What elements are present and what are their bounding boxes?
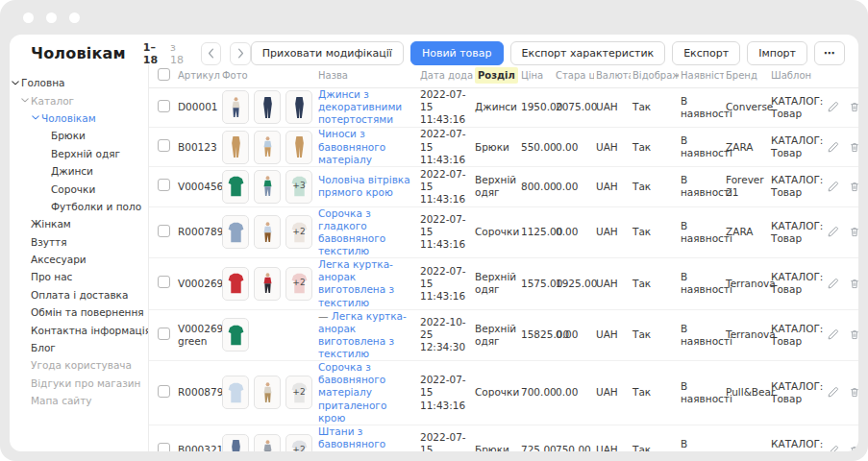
delete-product-button[interactable] — [849, 181, 858, 193]
delete-product-button[interactable] — [849, 386, 858, 399]
product-name-link[interactable]: Сорочка з гладкого бавовняного текстилю — [318, 207, 385, 256]
more-photos-thumbnail[interactable]: +2 — [285, 376, 312, 409]
sidebar-item-12[interactable]: Оплата і доставка — [10, 286, 148, 303]
row-checkbox[interactable] — [158, 179, 170, 191]
more-photos-thumbnail[interactable]: +3 — [285, 170, 312, 204]
product-name-link[interactable]: Легка куртка-анорак виготовлена з тексти… — [318, 258, 394, 307]
delete-icon — [849, 181, 858, 193]
window-close-button[interactable] — [23, 12, 34, 23]
row-checkbox[interactable] — [158, 100, 170, 112]
product-photo-thumbnail[interactable] — [285, 131, 312, 164]
pagination-next-button[interactable] — [230, 42, 251, 65]
delete-product-button[interactable] — [849, 278, 858, 290]
sidebar-item-18[interactable]: Мапа сайту — [10, 392, 148, 409]
row-checkbox[interactable] — [158, 328, 170, 340]
more-photos-thumbnail[interactable]: +2 — [285, 434, 312, 451]
product-name-link[interactable]: Штани з бавовняного матеріалу прямого кр… — [318, 425, 393, 451]
more-photos-thumbnail[interactable]: +2 — [285, 267, 312, 301]
window-minimize-button[interactable] — [46, 12, 57, 23]
product-photo-thumbnail[interactable] — [254, 434, 281, 451]
more-actions-button[interactable]: ⋯ — [814, 41, 845, 65]
sidebar-item-11[interactable]: Про нас — [10, 268, 148, 285]
edit-product-button[interactable] — [827, 278, 839, 290]
row-checkbox[interactable] — [158, 276, 170, 288]
edit-product-button[interactable] — [827, 141, 839, 154]
product-photo-thumbnail[interactable] — [254, 376, 281, 409]
product-photo-thumbnail[interactable] — [254, 215, 281, 249]
product-name-link[interactable]: Джинси з декоративними потертостями — [318, 88, 402, 125]
delete-product-button[interactable] — [849, 328, 858, 341]
caret-down-icon — [32, 115, 39, 120]
column-header-section[interactable]: Розділ — [473, 64, 519, 87]
product-photo-thumbnail[interactable] — [254, 90, 281, 124]
product-name-link[interactable]: Чиноси з бавовняного матеріалу — [318, 128, 385, 164]
delete-product-button[interactable] — [849, 445, 858, 451]
product-photo-thumbnail[interactable] — [222, 318, 249, 352]
edit-product-button[interactable] — [827, 226, 839, 238]
edit-product-button[interactable] — [827, 101, 839, 113]
chevron-left-icon — [208, 48, 214, 59]
sidebar-item-2[interactable]: Чоловікам — [10, 109, 148, 127]
sidebar-item-16[interactable]: Угода користувача — [10, 356, 148, 374]
row-checkbox[interactable] — [158, 443, 170, 451]
edit-icon — [827, 226, 839, 238]
delete-product-button[interactable] — [849, 226, 858, 238]
sidebar-item-0[interactable]: Головна — [10, 74, 148, 91]
sidebar-item-4[interactable]: Верхній одяг — [10, 145, 148, 162]
sidebar-item-label: Контактна інформація — [31, 325, 149, 336]
sidebar-item-1[interactable]: Каталог — [10, 91, 148, 109]
product-name-link[interactable]: Сорочка з бавовняного матеріалу притален… — [318, 361, 386, 424]
pagination-prev-button[interactable] — [201, 42, 222, 65]
row-checkbox[interactable] — [158, 385, 170, 398]
product-photo-thumbnail[interactable] — [222, 376, 249, 409]
product-photo-thumbnail[interactable] — [222, 434, 249, 451]
template-cell: КАТАЛОГ: Товар — [769, 258, 825, 310]
edit-product-button[interactable] — [827, 181, 839, 193]
sorted-column-label[interactable]: Розділ — [475, 67, 518, 84]
product-photo-thumbnail[interactable] — [222, 215, 249, 249]
delete-product-button[interactable] — [849, 141, 858, 154]
photos-cell: +2 — [220, 258, 316, 310]
sidebar-item-5[interactable]: Джинси — [10, 162, 148, 180]
sidebar-item-8[interactable]: Жінкам — [10, 215, 148, 232]
more-photos-thumbnail[interactable]: +2 — [285, 215, 312, 249]
sidebar-item-10[interactable]: Аксесуари — [10, 251, 148, 268]
sidebar-item-15[interactable]: Блог — [10, 339, 148, 356]
sidebar-item-9[interactable]: Взуття — [10, 233, 148, 251]
edit-product-button[interactable] — [827, 386, 839, 399]
row-checkbox[interactable] — [158, 225, 170, 237]
product-photo-thumbnail[interactable] — [254, 170, 281, 204]
product-name-link[interactable]: Легка куртка-анорак виготовлена з тексти… — [318, 310, 407, 359]
sidebar-item-14[interactable]: Контактна інформація — [10, 321, 148, 338]
sidebar-item-13[interactable]: Обмін та повернення — [10, 303, 148, 321]
table-row: R000789+2Сорочка з гладкого бавовняного … — [149, 206, 858, 258]
export-characteristics-button[interactable]: Експорт характеристик — [510, 41, 666, 65]
edit-product-button[interactable] — [827, 328, 839, 341]
product-photo-thumbnail[interactable] — [222, 170, 249, 204]
sidebar-item-6[interactable]: Сорочки — [10, 180, 148, 197]
actions-cell — [825, 167, 858, 206]
sidebar-item-3[interactable]: Брюки — [10, 127, 148, 144]
delete-product-button[interactable] — [849, 101, 858, 113]
product-photo-thumbnail[interactable] — [222, 90, 249, 124]
section-cell: Джинси — [473, 87, 519, 127]
row-checkbox[interactable] — [158, 139, 170, 152]
import-button[interactable]: Імпорт — [747, 41, 807, 65]
sidebar-item-7[interactable]: Футболки и поло — [10, 198, 148, 215]
product-photo-thumbnail[interactable] — [222, 131, 249, 164]
template-cell: КАТАЛОГ: Товар — [769, 425, 825, 451]
new-product-button[interactable]: Новий товар — [410, 41, 504, 65]
product-name-link[interactable]: Чоловіча вітрівка прямого крою — [318, 174, 410, 198]
product-photo-thumbnail[interactable] — [222, 267, 249, 301]
select-all-checkbox[interactable] — [158, 68, 170, 81]
window-maximize-button[interactable] — [69, 12, 80, 23]
section-cell: Брюки — [473, 127, 519, 166]
export-button[interactable]: Експорт — [672, 41, 740, 65]
product-photo-thumbnail[interactable] — [254, 267, 281, 301]
edit-product-button[interactable] — [827, 445, 839, 451]
product-photo-thumbnail[interactable] — [254, 131, 281, 164]
hide-modifications-button[interactable]: Приховати модифікації — [251, 41, 404, 65]
sidebar-item-17[interactable]: Відгуки про магазин — [10, 375, 148, 392]
sidebar-item-label: Аксесуари — [31, 254, 87, 265]
product-photo-thumbnail[interactable] — [285, 90, 312, 124]
